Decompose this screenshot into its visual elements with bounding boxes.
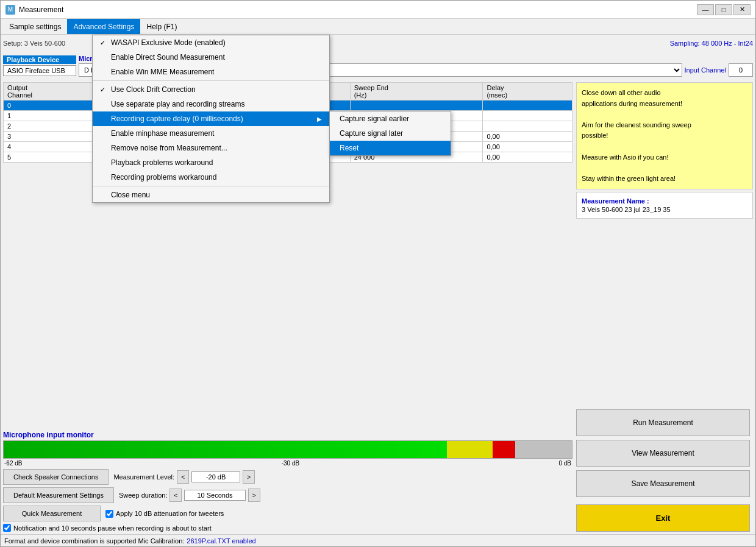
- yellow-line2: applications during measurement!: [582, 99, 747, 110]
- notification-label: Notification and 10 seconds pause when r…: [13, 524, 212, 532]
- view-measurement-button[interactable]: View Measurement: [576, 440, 750, 467]
- yellow-line7: Measure with Asio if you can!: [582, 152, 747, 163]
- dropdown-clock-drift[interactable]: Use Clock Drift Correction: [93, 82, 329, 97]
- dropdown-close-menu[interactable]: Close menu: [93, 188, 329, 202]
- sweep-duration-right-arrow[interactable]: >: [248, 489, 260, 502]
- yellow-line5: possible!: [582, 130, 747, 141]
- right-buttons: Run Measurement View Measurement Save Me…: [576, 409, 753, 532]
- cell-channel: 5: [4, 152, 107, 163]
- titlebar: M Measurement — □ ✕: [1, 1, 755, 19]
- attenuation-label: Apply 10 dB attenuation for tweeters: [116, 510, 224, 517]
- attenuation-checkbox[interactable]: [105, 510, 113, 518]
- exit-button[interactable]: Exit: [576, 504, 750, 532]
- dropdown-recording-workaround-label: Recording problems workaround: [111, 173, 216, 182]
- status-bar: Format and device combination is support…: [1, 534, 755, 546]
- cell-delay: [483, 101, 572, 111]
- dropdown-remove-noise[interactable]: Remove noise from Measurement...: [93, 141, 329, 155]
- check-speaker-button[interactable]: Check Speaker Connections: [3, 469, 109, 485]
- yellow-info-box: Close down all other audio applications …: [576, 82, 753, 189]
- quick-measurement-button[interactable]: Quick Measurement: [3, 506, 101, 521]
- attenuation-checkbox-row: Apply 10 dB attenuation for tweeters: [105, 510, 224, 518]
- notification-checkbox[interactable]: [3, 524, 11, 532]
- monitor-segments: [4, 441, 572, 458]
- separator2: [93, 186, 329, 186]
- wasapi-checkmark: ✓: [100, 39, 105, 47]
- dropdown-minphase-wrapper: Enable minphase measurement: [93, 126, 329, 141]
- status-left: Format and device combination is support…: [4, 537, 184, 545]
- sweep-duration-left-arrow[interactable]: <: [169, 489, 182, 502]
- menu-sample-settings[interactable]: Sample settings: [3, 19, 67, 34]
- measurement-level-left-arrow[interactable]: <: [177, 470, 189, 484]
- dropdown-remove-noise-label: Remove noise from Measurement...: [111, 144, 227, 152]
- scale-left: -62 dB: [4, 460, 22, 467]
- titlebar-left: M Measurement: [5, 5, 63, 15]
- main-window: M Measurement — □ ✕ Sample settings Adva…: [0, 0, 756, 547]
- menu-advanced-settings[interactable]: Advanced Settings: [67, 19, 140, 34]
- dropdown-remove-noise-wrapper: Remove noise from Measurement...: [93, 141, 329, 155]
- submenu-capture-earlier[interactable]: Capture signal earlier: [330, 111, 451, 126]
- calibration-file: 2619P.cal.TXT enabled: [187, 537, 255, 545]
- measurement-level-right-arrow[interactable]: >: [243, 470, 255, 484]
- measurement-level-value: -20 dB: [191, 471, 240, 482]
- dropdown-playback-workaround[interactable]: Playback problems workaround: [93, 155, 329, 170]
- cell-delay: 0,00: [483, 142, 572, 152]
- input-channel-input[interactable]: [729, 63, 753, 77]
- dropdown-direct-sound-label: Enable Direct Sound Measurement: [111, 53, 225, 62]
- monitor-section: Microphone input monitor -62 dB -30 dB 0…: [3, 431, 572, 467]
- cell-channel: 0: [4, 101, 107, 111]
- monitor-segment-red: [493, 441, 515, 458]
- sweep-duration-label: Sweep duration:: [119, 492, 168, 499]
- dropdown-close-menu-label: Close menu: [111, 191, 150, 199]
- advanced-settings-dropdown: ✓ WASAPI Exclusive Mode (enabled) Enable…: [92, 35, 330, 203]
- cell-channel: 2: [4, 121, 107, 132]
- dropdown-wasapi-wrapper: ✓ WASAPI Exclusive Mode (enabled): [93, 35, 329, 50]
- menu-help[interactable]: Help (F1): [140, 19, 183, 34]
- setup-label: Setup: 3 Veis 50-600: [3, 40, 65, 47]
- close-button[interactable]: ✕: [733, 4, 751, 15]
- maximize-button[interactable]: □: [715, 4, 732, 15]
- monitor-bar: [3, 440, 572, 459]
- save-measurement-button[interactable]: Save Measurement: [576, 470, 750, 497]
- cell-sweep-end: [350, 101, 483, 111]
- cell-delay: 0,00: [483, 152, 572, 163]
- dropdown-recording-workaround-wrapper: Recording problems workaround: [93, 170, 329, 185]
- dropdown-separate-streams-label: Use separate play and recording streams: [111, 100, 244, 108]
- dropdown-minphase[interactable]: Enable minphase measurement: [93, 126, 329, 141]
- scale-right: 0 dB: [558, 460, 571, 467]
- dropdown-capture-delay[interactable]: Recording capture delay (0 milliseconds)…: [93, 111, 329, 126]
- dropdown-close-menu-wrapper: Close menu: [93, 188, 329, 202]
- monitor-scale: -62 dB -30 dB 0 dB: [3, 460, 572, 467]
- sampling-info: Sampling: 48 000 Hz - Int24: [670, 40, 753, 47]
- dropdown-win-mme[interactable]: Enable Win MME Measurement: [93, 65, 329, 79]
- dropdown-separate-streams[interactable]: Use separate play and recording streams: [93, 97, 329, 111]
- run-measurement-button[interactable]: Run Measurement: [576, 409, 750, 436]
- dropdown-wasapi[interactable]: WASAPI Exclusive Mode (enabled): [93, 35, 329, 50]
- sweep-duration-value: 10 Seconds: [184, 490, 245, 501]
- window-title: Measurement: [19, 5, 63, 14]
- monitor-label: Microphone input monitor: [3, 431, 572, 439]
- right-content: Close down all other audio applications …: [576, 82, 753, 532]
- col-sweep-end: Sweep End(Hz): [350, 83, 483, 101]
- dropdown-playback-workaround-wrapper: Playback problems workaround: [93, 155, 329, 170]
- bottom-row-1: Check Speaker Connections Measurement Le…: [3, 469, 572, 485]
- playback-label: Playback Device: [3, 55, 76, 64]
- app-icon: M: [5, 5, 15, 15]
- dropdown-recording-workaround[interactable]: Recording problems workaround: [93, 170, 329, 185]
- monitor-segment-yellow: [447, 441, 493, 458]
- cell-delay: [483, 121, 572, 132]
- submenu-reset[interactable]: Reset: [330, 141, 451, 155]
- cell-delay: [483, 111, 572, 121]
- dropdown-capture-delay-wrapper: Recording capture delay (0 milliseconds)…: [93, 111, 329, 126]
- monitor-segment-green: [4, 441, 447, 458]
- submenu-capture-later[interactable]: Capture signal later: [330, 126, 451, 141]
- yellow-line9: Stay within the green light area!: [582, 174, 747, 185]
- minimize-button[interactable]: —: [697, 4, 714, 15]
- input-channel-label: Input Channel: [685, 66, 727, 74]
- measurement-name-value: 3 Veis 50-600 23 jul 23_19 35: [582, 206, 747, 213]
- dropdown-direct-sound[interactable]: Enable Direct Sound Measurement: [93, 50, 329, 65]
- dropdown-playback-workaround-label: Playback problems workaround: [111, 158, 213, 167]
- notification-checkbox-row: Notification and 10 seconds pause when r…: [3, 524, 572, 532]
- default-settings-button[interactable]: Default Measurement Settings: [3, 487, 114, 503]
- dropdown-win-mme-label: Enable Win MME Measurement: [111, 68, 214, 76]
- cell-channel: 1: [4, 111, 107, 121]
